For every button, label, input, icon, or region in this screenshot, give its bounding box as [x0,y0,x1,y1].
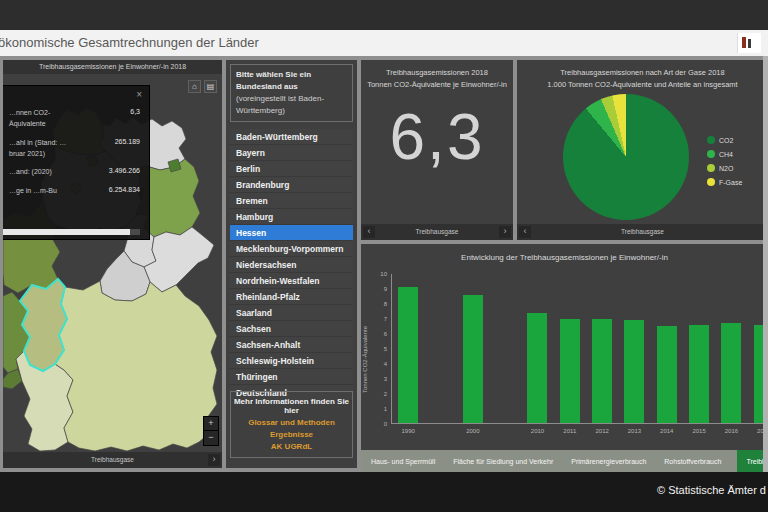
bundesland-item-hamburg[interactable]: Hamburg [230,209,353,225]
bar-2011[interactable] [560,319,580,423]
bar-slot: 2000 [457,274,489,423]
map-panel-title: Treibhausgasemissionen je Einwohner/-in … [3,60,222,74]
popup-row-value: 265.189 [115,138,140,145]
pie-title-line1: Treibhausgasemissionen nach Art der Gase… [517,67,768,79]
popup-scrollbar[interactable] [3,229,140,235]
bundesland-item-niedersachsen[interactable]: Niedersachsen [230,257,353,273]
popup-row: …ahl in (Stand: …bruar 2021)265.189 [9,138,140,160]
kpi-title-line2: Tonnen CO2-Äquivalente je Einwohner/-in [361,79,513,91]
info-link[interactable]: AK UGRdL [233,442,350,451]
bar-2015[interactable] [689,325,709,423]
y-tick: 2 [373,391,387,397]
bundesland-item-saarland[interactable]: Saarland [230,305,353,321]
publisher-logo [737,33,761,53]
bundesland-list: Baden-WürttembergBayernBerlinBrandenburg… [230,129,353,401]
prev-arrow-icon[interactable]: ‹ [363,226,375,238]
y-tick: 10 [373,271,387,277]
bar-2000[interactable] [463,295,483,423]
popup-row-value: 3.496.266 [109,167,140,174]
dashboard-screen: ökonomische Gesamtrechnungen der Länder … [0,0,768,512]
popup-scroll-thumb[interactable] [3,229,130,235]
bar-slot: 1990 [392,274,424,423]
pie-title-line2: 1.000 Tonnen CO2-Äquivalente und Anteile… [517,79,768,91]
legend-swatch [707,164,715,172]
next-arrow-icon[interactable]: › [499,226,511,238]
prev-arrow-icon[interactable]: ‹ [519,226,531,238]
bundesland-item-hessen[interactable]: Hessen [230,225,353,241]
map-panel: Treibhausgasemissionen je Einwohner/-in … [3,60,222,468]
bar-slot: 2016 [715,274,747,423]
bundesland-item-schleswig-holstein[interactable]: Schleswig-Holstein [230,353,353,369]
bundesland-item-th-ringen[interactable]: Thüringen [230,369,353,385]
bar-2013[interactable] [624,320,644,423]
bundesland-item-bayern[interactable]: Bayern [230,145,353,161]
pie-chart[interactable] [563,94,689,220]
zoom-out-button[interactable]: − [204,431,218,445]
popup-rows: …nnen CO2-Äquivalente6,3…ahl in (Stand: … [9,108,140,197]
bundesland-item-nordrhein-westfalen[interactable]: Nordrhein-Westfalen [230,273,353,289]
legend-swatch [707,136,715,144]
kpi-caption: Treibhausgase [416,228,459,235]
top-strip [0,0,768,30]
dashboard-body: Treibhausgasemissionen je Einwohner/-in … [0,56,768,472]
map-popup: × …nnen CO2-Äquivalente6,3…ahl in (Stand… [3,85,150,240]
pie-caption: Treibhausgase [621,228,664,235]
bar-chart-title: Entwicklung der Treibhausgasemissionen j… [361,253,768,262]
info-link[interactable]: Glossar und Methoden [233,418,350,427]
bundesland-item-sachsen[interactable]: Sachsen [230,321,353,337]
kpi-value: 6,3 [361,100,513,174]
popup-row-label: …ge in …m-Bu [9,186,69,197]
bundesland-item-brandenburg[interactable]: Brandenburg [230,177,353,193]
info-title: Mehr Informationen finden Sie hier [233,397,350,415]
zoom-in-button[interactable]: + [204,417,218,431]
map-caption-bar: Treibhausgase › [3,452,222,468]
bundesland-selector-panel: Bitte wählen Sie ein Bundesland aus (vor… [226,60,357,468]
bar-slot: 2011 [554,274,586,423]
info-link[interactable]: Ergebnisse [233,430,350,439]
next-arrow-icon[interactable]: › [208,454,220,466]
bundesland-item-berlin[interactable]: Berlin [230,161,353,177]
bar-plot-area: 1990200020102011201220132014201520162017 [391,274,768,424]
bar-2016[interactable] [721,323,741,423]
legend-icon[interactable]: ▤ [204,80,217,93]
page-title: ökonomische Gesamtrechnungen der Länder [0,30,259,56]
home-icon[interactable]: ⌂ [188,80,201,93]
y-tick: 8 [373,301,387,307]
bar-slot: 2013 [618,274,650,423]
legend-item: F-Gase [707,178,742,186]
germany-map[interactable]: ⌂ ▤ × …nnen CO2-Äquivalente6,3…ahl in (S… [3,74,222,452]
bundesland-item-mecklenburg-vorpommern[interactable]: Mecklenburg-Vorpommern [230,241,353,257]
bar-2014[interactable] [657,326,677,423]
y-axis-ticks: 109876543210 [373,271,387,427]
close-icon[interactable]: × [136,89,142,100]
tab-prim-renergieverbrauch[interactable]: Primärenergieverbrauch [569,456,648,467]
y-tick: 5 [373,346,387,352]
legend-label: F-Gase [719,179,742,186]
x-tick-label: 2012 [586,428,618,434]
bundesland-item-sachsen-anhalt[interactable]: Sachsen-Anhalt [230,337,353,353]
state-saarland[interactable] [3,369,22,389]
more-info-box: Mehr Informationen finden Sie hier Gloss… [230,391,353,458]
x-tick-label: 2010 [521,428,553,434]
bundesland-item-baden-w-rttemberg[interactable]: Baden-Württemberg [230,129,353,145]
state-bayern[interactable] [55,281,217,451]
kpi-title: Treibhausgasemissionen 2018 Tonnen CO2-Ä… [361,60,513,90]
footer-bar: © Statistische Ämter d [0,472,768,512]
tab-fl-che-f-r-siedlung-und-verkehr[interactable]: Fläche für Siedlung und Verkehr [451,456,555,467]
copyright-text: © Statistische Ämter d [657,484,766,496]
bar-2010[interactable] [527,313,547,423]
info-links: Glossar und MethodenErgebnisseAK UGRdL [233,418,350,451]
x-tick-label: 2013 [618,428,650,434]
state-hessen[interactable] [20,279,67,371]
selector-prompt: Bitte wählen Sie ein Bundesland aus (vor… [230,64,353,122]
bar-1990[interactable] [398,287,418,423]
bar-slot: 2010 [521,274,553,423]
bundesland-item-bremen[interactable]: Bremen [230,193,353,209]
bar-2012[interactable] [592,319,612,423]
vertical-scrollbar[interactable] [763,56,768,472]
tab-rohstoffverbrauch[interactable]: Rohstoffverbrauch [662,456,723,467]
bundesland-item-rheinland-pfalz[interactable]: Rheinland-Pfalz [230,289,353,305]
tab-haus-und-sperrm-ll[interactable]: Haus- und Sperrmüll [369,456,437,467]
pie-chart-panel: Treibhausgasemissionen nach Art der Gase… [517,60,768,240]
popup-row-value: 6.254.834 [109,186,140,193]
